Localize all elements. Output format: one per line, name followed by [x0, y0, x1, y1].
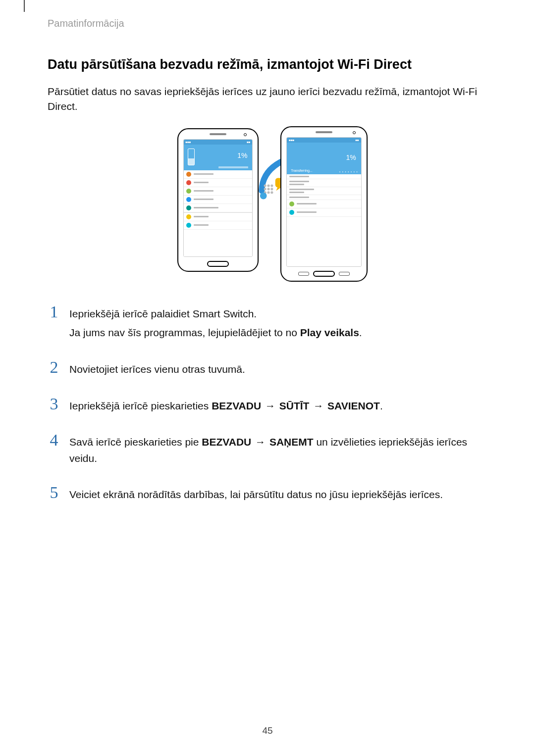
step-number: 5 [48, 484, 60, 501]
step-line: Iepriekšējā ierīcē pieskarieties BEZVADU… [69, 398, 383, 414]
step-body: Iepriekšējā ierīcē pieskarieties BEZVADU… [69, 396, 383, 417]
bold-term: SAŅEMT [269, 436, 314, 448]
svg-point-2 [267, 184, 269, 187]
intro-paragraph: Pārsūtiet datus no savas iepriekšējās ie… [48, 84, 497, 114]
page-margin-tick [24, 0, 25, 12]
step-4: 4Savā ierīcē pieskarieties pie BEZVADU →… [48, 432, 497, 469]
page-number: 45 [0, 725, 535, 736]
step-3: 3Iepriekšējā ierīcē pieskarieties BEZVAD… [48, 396, 497, 417]
bold-term: SŪTĪT [279, 400, 310, 411]
svg-point-8 [267, 191, 269, 194]
steps-list: 1Iepriekšējā ierīcē palaidiet Smart Swit… [48, 303, 497, 506]
step-number: 4 [48, 432, 60, 449]
transfer-percent-right: 1% [346, 153, 356, 161]
bold-term: BEZVADU [212, 400, 261, 411]
step-body: Novietojiet ierīces vienu otras tuvumā. [69, 359, 245, 381]
transfer-status-label: Transferring... [291, 169, 312, 172]
svg-point-1 [264, 184, 267, 187]
bold-term: SAVIENOT [327, 400, 380, 411]
step-line: Iepriekšējā ierīcē palaidiet Smart Switc… [69, 306, 362, 322]
bold-term: BEZVADU [202, 436, 251, 448]
arrow-separator: → [251, 436, 269, 448]
svg-point-3 [270, 184, 273, 187]
svg-point-4 [264, 188, 267, 190]
svg-point-9 [270, 191, 273, 194]
bold-term: Play veikals [300, 327, 359, 338]
step-number: 2 [48, 359, 60, 376]
step-1: 1Iepriekšējā ierīcē palaidiet Smart Swit… [48, 303, 497, 344]
phone-new-device: ■■■■■ Transferring... 1% • • • • • • • [280, 126, 368, 282]
svg-point-10 [260, 193, 267, 200]
step-line: Savā ierīcē pieskarieties pie BEZVADU → … [69, 434, 497, 466]
phone-previous-device: ■■■■■ 1% [177, 128, 259, 272]
step-body: Iepriekšējā ierīcē palaidiet Smart Switc… [69, 303, 362, 344]
svg-point-5 [267, 188, 269, 190]
breadcrumb: Pamatinformācija [48, 18, 497, 29]
step-number: 3 [48, 396, 60, 412]
transfer-illustration: ■■■■■ 1% [48, 128, 497, 282]
page-content: Pamatinformācija Datu pārsūtīšana bezvad… [0, 0, 535, 506]
step-5: 5Veiciet ekrānā norādītās darbības, lai … [48, 484, 497, 506]
step-body: Savā ierīcē pieskarieties pie BEZVADU → … [69, 432, 497, 469]
svg-point-7 [264, 191, 267, 194]
step-line: Ja jums nav šīs programmas, lejupielādēj… [69, 325, 362, 341]
transfer-percent: 1% [237, 151, 247, 159]
step-line: Veiciet ekrānā norādītās darbības, lai p… [69, 487, 443, 503]
step-2: 2Novietojiet ierīces vienu otras tuvumā. [48, 359, 497, 381]
step-body: Veiciet ekrānā norādītās darbības, lai p… [69, 484, 443, 506]
step-number: 1 [48, 303, 60, 320]
arrow-separator: → [261, 400, 279, 411]
step-line: Novietojiet ierīces vienu otras tuvumā. [69, 361, 245, 378]
arrow-separator: → [309, 400, 327, 411]
section-heading: Datu pārsūtīšana bezvadu režīmā, izmanto… [48, 57, 497, 72]
svg-point-6 [270, 188, 273, 190]
